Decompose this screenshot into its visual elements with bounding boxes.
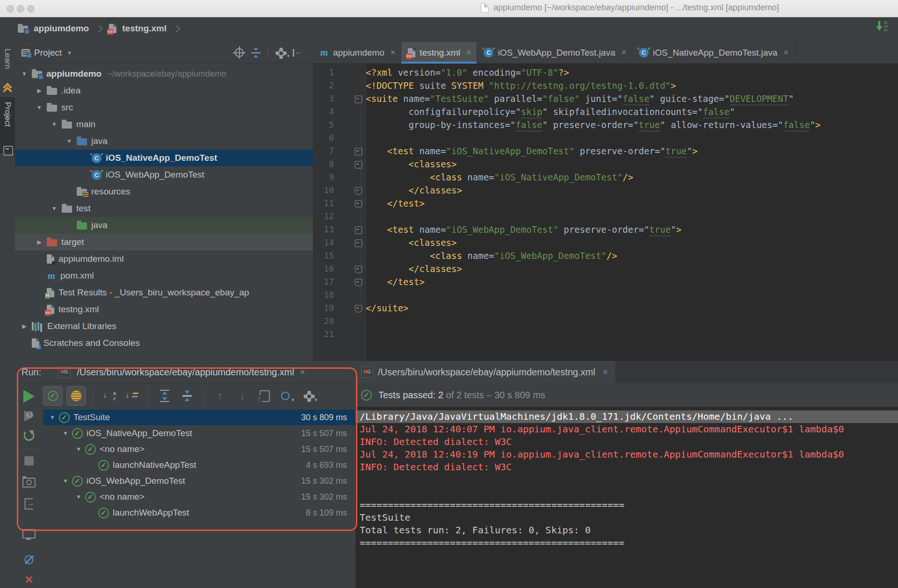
- project-tree-item[interactable]: CiOS_NativeApp_DemoTest: [15, 150, 313, 166]
- console-output[interactable]: /Library/Java/JavaVirtualMachines/jdk1.8…: [355, 410, 898, 588]
- project-tree-item[interactable]: ▶.idea: [15, 82, 313, 99]
- collapse-all-icon[interactable]: [251, 48, 261, 57]
- exit-icon[interactable]: [25, 498, 34, 509]
- fold-marker-icon[interactable]: [355, 161, 362, 169]
- editor-tab[interactable]: mappiumdemo×: [313, 42, 401, 63]
- test-tree-item[interactable]: launchWebAppTest8 s 109 ms: [43, 505, 355, 521]
- window-zoom-button[interactable]: [27, 5, 35, 13]
- tree-collapsed-arrow-icon[interactable]: ▶: [32, 87, 47, 94]
- close-icon[interactable]: ×: [25, 574, 33, 585]
- inspection-indicator[interactable]: 01 10 01: [876, 21, 888, 32]
- test-tree-item[interactable]: ▼<no name>15 s 507 ms: [43, 441, 355, 457]
- auto-test-icon[interactable]: [24, 430, 35, 441]
- project-tree-item[interactable]: mpom.xml: [15, 267, 313, 284]
- fold-marker-icon[interactable]: [355, 187, 362, 195]
- project-tree-item[interactable]: Test Results - _Users_biru_workspace_eba…: [15, 284, 313, 301]
- tree-collapsed-arrow-icon[interactable]: ▶: [17, 323, 32, 330]
- sort-by-duration-button[interactable]: [123, 387, 141, 405]
- project-tree-item[interactable]: java: [15, 217, 313, 234]
- project-view-selector[interactable]: Project ▼: [15, 48, 72, 58]
- fold-marker-icon[interactable]: [355, 226, 362, 234]
- tree-expanded-arrow-icon[interactable]: ▼: [59, 430, 72, 437]
- editor-tab[interactable]: testng.xml×: [401, 42, 477, 63]
- tool-stripe-learn[interactable]: Learn: [3, 49, 12, 69]
- fold-marker-icon[interactable]: [355, 200, 362, 208]
- next-failed-button[interactable]: [233, 387, 252, 405]
- window-close-button[interactable]: [7, 5, 14, 13]
- project-tree-item[interactable]: ▼java: [15, 133, 313, 150]
- locate-file-icon[interactable]: [235, 48, 244, 57]
- fold-marker-icon[interactable]: [355, 95, 362, 103]
- tool-stripe-icon[interactable]: [3, 146, 13, 156]
- project-tree-item[interactable]: testng.xml: [15, 301, 313, 318]
- editor-tab[interactable]: CiOS_NativeApp_DemoTest.java×: [632, 42, 795, 63]
- close-icon[interactable]: ×: [603, 367, 608, 377]
- close-icon[interactable]: ×: [621, 48, 626, 57]
- project-tree-item[interactable]: resources: [15, 183, 313, 200]
- gear-icon[interactable]: [276, 48, 285, 57]
- previous-failed-button[interactable]: [210, 387, 229, 405]
- line-number: 20: [313, 315, 334, 328]
- test-tree-item[interactable]: ▼iOS_NativeApp_DemoTest15 s 507 ms: [43, 425, 355, 441]
- tree-expanded-arrow-icon[interactable]: ▼: [62, 138, 77, 144]
- editor-tab[interactable]: CiOS_WebApp_DemoTest.java×: [477, 42, 632, 63]
- settings-button[interactable]: [300, 387, 319, 405]
- show-passed-button[interactable]: [43, 386, 63, 406]
- fold-marker-icon[interactable]: [355, 265, 362, 273]
- fold-marker-icon[interactable]: [355, 305, 362, 313]
- test-tree-item[interactable]: launchNativeAppTest4 s 693 ms: [43, 457, 355, 473]
- tree-expanded-arrow-icon[interactable]: ▼: [17, 71, 32, 77]
- test-tree-item[interactable]: ▼TestSuite30 s 809 ms: [43, 409, 355, 425]
- project-tree-item[interactable]: ▼appiumdemo~/workspace/ebay/appiumdemo: [15, 65, 313, 82]
- project-tree-item[interactable]: CiOS_WebApp_DemoTest: [15, 166, 313, 183]
- rank-chevrons-icon[interactable]: [2, 83, 13, 93]
- project-tree-item[interactable]: ▼src: [15, 99, 313, 116]
- tree-expanded-arrow-icon[interactable]: ▼: [47, 205, 62, 212]
- import-results-button[interactable]: [255, 387, 274, 405]
- breadcrumb-file[interactable]: testng.xml: [122, 23, 167, 34]
- test-tree-item[interactable]: ▼<no name>15 s 302 ms: [43, 489, 355, 505]
- test-history-button[interactable]: [278, 387, 297, 405]
- expand-all-button[interactable]: [155, 387, 174, 405]
- thread-dump-icon[interactable]: [22, 478, 36, 488]
- project-tree-item[interactable]: ▶target: [15, 234, 313, 251]
- test-tree-item[interactable]: ▼iOS_WebApp_DemoTest15 s 302 ms: [43, 473, 355, 489]
- show-ignored-button[interactable]: [66, 386, 86, 406]
- window-title: appiumdemo [~/workspace/ebay/appiumdemo]…: [493, 3, 779, 13]
- project-tree-item[interactable]: appiumdemo.iml: [15, 251, 313, 267]
- fold-marker-icon[interactable]: [355, 239, 362, 247]
- collapse-all-button[interactable]: [178, 387, 196, 405]
- rerun-failed-icon[interactable]: [24, 410, 34, 422]
- rerun-icon[interactable]: [23, 390, 35, 403]
- tree-expanded-arrow-icon[interactable]: ▼: [59, 478, 72, 484]
- close-icon[interactable]: ×: [466, 48, 471, 57]
- monitor-icon[interactable]: [22, 529, 36, 538]
- console-tab[interactable]: /Users/biru/workspace/ebay/appiumdemo/te…: [355, 361, 616, 383]
- sort-alphabetically-button[interactable]: [100, 387, 119, 405]
- close-icon[interactable]: ×: [300, 367, 305, 377]
- project-tree-item[interactable]: ▼test: [15, 200, 313, 217]
- tool-stripe-project[interactable]: Project: [0, 97, 15, 153]
- tree-expanded-arrow-icon[interactable]: ▼: [32, 104, 47, 111]
- fold-marker-icon[interactable]: [355, 279, 362, 287]
- plug-icon[interactable]: [25, 555, 34, 564]
- stop-icon[interactable]: [24, 456, 34, 466]
- tree-collapsed-arrow-icon[interactable]: ▶: [32, 239, 47, 245]
- tree-expanded-arrow-icon[interactable]: ▼: [47, 121, 62, 128]
- window-minimize-button[interactable]: [17, 5, 24, 13]
- close-icon[interactable]: ×: [391, 48, 396, 57]
- close-icon[interactable]: ×: [783, 48, 789, 57]
- project-tree-item[interactable]: ▼main: [15, 116, 313, 133]
- tree-expanded-arrow-icon[interactable]: ▼: [46, 414, 59, 421]
- tree-expanded-arrow-icon[interactable]: ▼: [72, 446, 85, 452]
- run-configuration-path[interactable]: /Users/biru/workspace/ebay/appiumdemo/te…: [77, 367, 294, 378]
- line-number: 3: [313, 92, 334, 105]
- project-tree-item[interactable]: ▶External Libraries: [15, 318, 313, 335]
- project-tree-item[interactable]: Scratches and Consoles: [15, 335, 313, 351]
- code-line: 9 <class name="iOS_NativeApp_DemoTest"/>: [313, 171, 898, 184]
- code-editor[interactable]: 1<?xml version="1.0" encoding="UTF-8"?>2…: [313, 66, 898, 341]
- tree-expanded-arrow-icon[interactable]: ▼: [72, 494, 85, 500]
- hide-panel-icon[interactable]: [293, 49, 303, 57]
- fold-marker-icon[interactable]: [355, 148, 362, 156]
- breadcrumb-project[interactable]: appiumdemo: [34, 23, 89, 34]
